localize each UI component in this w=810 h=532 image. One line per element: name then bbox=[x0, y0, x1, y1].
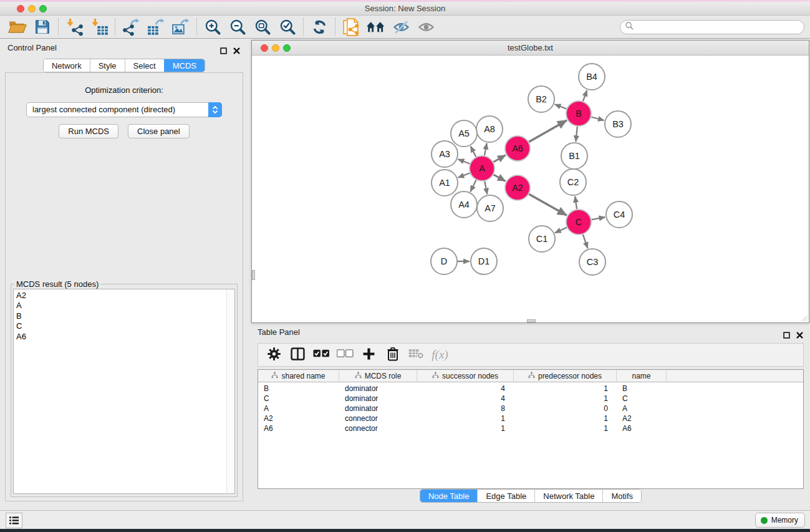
table-cell[interactable]: A bbox=[617, 404, 667, 414]
close-panel-icon[interactable] bbox=[233, 44, 241, 51]
graph-edge-A-A4[interactable] bbox=[470, 180, 476, 192]
graph-edge-C-C4[interactable] bbox=[592, 217, 605, 220]
graph-node-A7[interactable]: A7 bbox=[477, 195, 503, 221]
table-cell[interactable]: C bbox=[617, 394, 667, 404]
table-cell[interactable]: 0 bbox=[514, 404, 617, 414]
graph-edge-A-A2[interactable] bbox=[493, 175, 505, 181]
graph-edge-B-B1[interactable] bbox=[576, 127, 577, 142]
float-table-panel-icon[interactable] bbox=[783, 328, 791, 336]
table-row[interactable]: A6connector11A6 bbox=[258, 423, 803, 433]
column-header-shared-name[interactable]: shared name bbox=[258, 370, 339, 382]
splitter-handle-left[interactable] bbox=[252, 270, 255, 280]
graph-node-A3[interactable]: A3 bbox=[432, 141, 458, 167]
graph-edge-A2-C[interactable] bbox=[529, 194, 567, 215]
first-neighbors-button[interactable] bbox=[364, 17, 388, 37]
zoom-fit-button[interactable] bbox=[250, 17, 275, 37]
graph-edge-A6-B[interactable] bbox=[529, 120, 567, 142]
table-cell[interactable]: 8 bbox=[417, 404, 514, 414]
create-column-button[interactable] bbox=[359, 346, 378, 364]
mcds-list-scrollbar[interactable] bbox=[226, 289, 234, 493]
table-cell[interactable]: connector bbox=[339, 423, 417, 433]
table-cell[interactable]: 1 bbox=[514, 394, 617, 404]
graph-node-C4[interactable]: C4 bbox=[606, 201, 632, 228]
graph-edge-B-B4[interactable] bbox=[583, 90, 587, 102]
apply-layout-button[interactable] bbox=[307, 17, 332, 37]
graph-edge-B-B2[interactable] bbox=[555, 104, 567, 109]
mcds-result-item[interactable]: A6 bbox=[14, 332, 234, 342]
table-row[interactable]: Adominator80A bbox=[258, 404, 803, 414]
tab-motifs[interactable]: Motifs bbox=[602, 490, 641, 502]
table-row[interactable]: A2connector11A2 bbox=[258, 414, 803, 423]
table-mode-button[interactable] bbox=[264, 346, 284, 364]
import-network-button[interactable] bbox=[62, 17, 87, 37]
float-panel-icon[interactable] bbox=[220, 44, 228, 51]
import-table-button[interactable] bbox=[87, 17, 112, 37]
graph-node-D1[interactable]: D1 bbox=[471, 248, 497, 274]
tab-node-table[interactable]: Node Table bbox=[420, 490, 478, 502]
delete-table-button[interactable] bbox=[407, 346, 426, 364]
tab-network-table[interactable]: Network Table bbox=[534, 490, 602, 502]
hide-selected-button[interactable] bbox=[388, 17, 413, 37]
table-cell[interactable]: 4 bbox=[417, 394, 514, 404]
table-cell[interactable]: 1 bbox=[514, 384, 617, 394]
graph-node-B4[interactable]: B4 bbox=[579, 64, 605, 90]
column-header-predecessor-nodes[interactable]: predecessor nodes bbox=[514, 370, 617, 382]
table-cell[interactable]: dominator bbox=[339, 404, 417, 414]
zoom-out-button[interactable] bbox=[225, 17, 250, 37]
mcds-result-item[interactable]: B bbox=[14, 311, 234, 321]
graph-node-A8[interactable]: A8 bbox=[476, 116, 503, 142]
open-session-button[interactable] bbox=[5, 17, 30, 37]
column-header-name[interactable]: name bbox=[617, 370, 667, 382]
function-builder-button[interactable]: f(x) bbox=[430, 346, 450, 364]
window-resize-grip[interactable] bbox=[799, 313, 808, 322]
table-cell[interactable]: C bbox=[258, 394, 339, 404]
mcds-result-item[interactable]: A bbox=[14, 301, 234, 311]
table-cell[interactable]: 1 bbox=[514, 414, 617, 423]
graph-node-C1[interactable]: C1 bbox=[529, 226, 555, 252]
network-zoom-traffic-light[interactable] bbox=[283, 44, 291, 52]
new-network-from-selection-button[interactable] bbox=[339, 17, 364, 37]
graph-node-B3[interactable]: B3 bbox=[605, 111, 631, 137]
graph-node-C[interactable]: C bbox=[566, 210, 591, 235]
table-cell[interactable]: dominator bbox=[339, 384, 417, 394]
select-all-rows-button[interactable] bbox=[312, 346, 331, 364]
memory-button[interactable]: Memory bbox=[755, 513, 805, 528]
search-field[interactable] bbox=[620, 20, 804, 34]
network-close-traffic-light[interactable] bbox=[261, 44, 268, 52]
graph-node-A5[interactable]: A5 bbox=[451, 120, 477, 147]
graph-edge-A-A3[interactable] bbox=[458, 159, 470, 163]
minimize-traffic-light[interactable] bbox=[28, 5, 36, 12]
graph-edge-A-A8[interactable] bbox=[485, 143, 487, 156]
table-cell[interactable]: connector bbox=[339, 414, 417, 423]
table-cell[interactable]: 1 bbox=[417, 414, 514, 423]
graph-node-A[interactable]: A bbox=[470, 156, 494, 181]
close-traffic-light[interactable] bbox=[17, 5, 24, 12]
graph-edge-C-C1[interactable] bbox=[555, 228, 567, 233]
table-row[interactable]: Cdominator41C bbox=[258, 394, 803, 404]
save-session-button[interactable] bbox=[30, 17, 55, 37]
column-header-mcds-role[interactable]: MCDS role bbox=[339, 370, 417, 382]
table-cell[interactable]: A6 bbox=[617, 423, 667, 433]
zoom-traffic-light[interactable] bbox=[39, 5, 47, 12]
export-image-button[interactable] bbox=[168, 17, 193, 37]
tab-network[interactable]: Network bbox=[44, 59, 90, 72]
show-all-button[interactable] bbox=[413, 17, 438, 37]
graph-edge-B-B3[interactable] bbox=[591, 117, 604, 121]
tab-select[interactable]: Select bbox=[125, 59, 164, 72]
graph-edge-A-A5[interactable] bbox=[471, 146, 476, 157]
graph-edge-C-C2[interactable] bbox=[575, 196, 577, 209]
graph-edge-A-A7[interactable] bbox=[485, 181, 487, 195]
network-minimize-traffic-light[interactable] bbox=[272, 44, 279, 52]
table-cell[interactable]: 1 bbox=[514, 423, 617, 433]
table-cell[interactable]: A2 bbox=[258, 414, 339, 423]
mcds-result-item[interactable]: C bbox=[14, 321, 234, 331]
graph-node-D[interactable]: D bbox=[431, 248, 457, 274]
export-network-button[interactable] bbox=[118, 17, 143, 37]
graph-node-C2[interactable]: C2 bbox=[560, 169, 586, 195]
network-canvas[interactable]: B4B2BB3A8A5A6A3B1AA1C2A2A4A7C4CC1C3DD1 bbox=[252, 56, 809, 322]
tab-edge-table[interactable]: Edge Table bbox=[477, 490, 534, 502]
task-history-button[interactable] bbox=[6, 513, 22, 528]
search-input[interactable] bbox=[637, 22, 804, 33]
mcds-result-item[interactable]: A2 bbox=[14, 291, 234, 301]
deselect-all-rows-button[interactable] bbox=[335, 346, 355, 364]
